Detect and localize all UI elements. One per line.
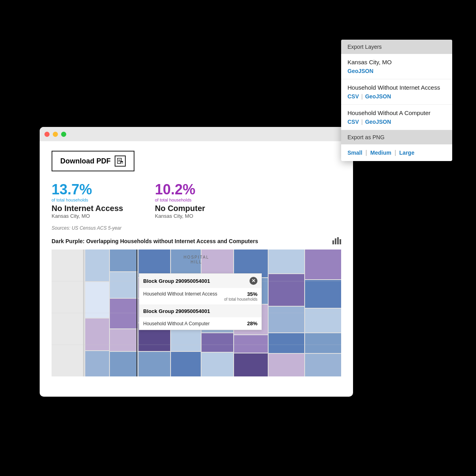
stat-subtitle-computer: of total households xyxy=(155,198,205,202)
export-household-internet-csv[interactable]: CSV xyxy=(347,93,359,100)
stat-subtitle-internet: of total households xyxy=(52,198,123,202)
traffic-light-green[interactable] xyxy=(61,132,66,137)
tooltip-section1-header: Block Group 290950054001 ✕ xyxy=(139,274,261,288)
svg-rect-50 xyxy=(305,333,341,353)
export-kansas-city-label: Kansas City, MO xyxy=(347,59,446,65)
stat-computer: 10.2% of total households No Computer Ka… xyxy=(155,182,205,219)
export-household-computer-label: Household Without A Computer xyxy=(347,109,446,116)
tooltip-section2-header: Block Group 290950054001 xyxy=(139,305,261,317)
export-png-small[interactable]: Small xyxy=(347,150,362,156)
png-divider-2: | xyxy=(394,149,396,156)
export-kansas-city-geojson[interactable]: GeoJSON xyxy=(347,68,373,74)
svg-rect-42 xyxy=(269,250,304,273)
svg-rect-41 xyxy=(234,353,268,376)
export-layers-header: Export Layers xyxy=(341,40,452,54)
export-png-header: Export as PNG xyxy=(341,130,452,144)
tooltip-computer-row: Household Without A Computer 28% xyxy=(139,317,261,330)
svg-rect-14 xyxy=(85,282,109,318)
export-png-medium[interactable]: Medium xyxy=(370,150,392,156)
export-divider-1: | xyxy=(361,93,363,100)
svg-rect-17 xyxy=(110,250,138,271)
stats-row: 13.7% of total households No Internet Ac… xyxy=(52,182,341,219)
tooltip-close-button[interactable]: ✕ xyxy=(250,277,257,285)
svg-rect-46 xyxy=(269,354,304,376)
svg-rect-21 xyxy=(110,352,138,376)
svg-rect-36 xyxy=(202,353,233,376)
tooltip-computer-label: Household Without A Computer xyxy=(143,321,209,326)
map-tooltip: Block Group 290950054001 ✕ Household Wit… xyxy=(139,273,262,330)
chart-icon[interactable] xyxy=(332,236,341,246)
svg-rect-49 xyxy=(305,309,341,332)
export-household-computer-links: CSV | GeoJSON xyxy=(347,119,446,125)
browser-titlebar xyxy=(40,127,353,141)
stat-location-internet: Kansas City, MO xyxy=(52,213,123,219)
svg-rect-18 xyxy=(110,272,138,298)
stat-internet-access: 13.7% of total households No Internet Ac… xyxy=(52,182,123,219)
browser-content: Download PDF ▤ 13.7% of total households… xyxy=(40,141,353,386)
svg-rect-20 xyxy=(110,329,138,351)
svg-text:▤: ▤ xyxy=(121,162,123,164)
svg-rect-51 xyxy=(305,354,341,376)
export-divider-2: | xyxy=(361,119,363,125)
svg-rect-43 xyxy=(269,274,304,306)
svg-rect-19 xyxy=(110,299,138,328)
export-household-internet-links: CSV | GeoJSON xyxy=(347,93,446,100)
export-png-links: Small | Medium | Large xyxy=(341,144,452,161)
tooltip-internet-subvalue: of total households xyxy=(224,297,257,301)
svg-rect-30 xyxy=(171,329,201,351)
export-kansas-city: Kansas City, MO GeoJSON xyxy=(341,54,452,79)
svg-rect-48 xyxy=(305,280,341,308)
svg-rect-35 xyxy=(202,333,233,352)
stat-percentage-computer: 10.2% xyxy=(155,182,205,197)
export-household-internet-geojson[interactable]: GeoJSON xyxy=(365,93,391,100)
tooltip-internet-row: Household Without Internet Access 35% of… xyxy=(139,288,261,305)
map-legend-row: Dark Purple: Overlapping Households with… xyxy=(52,236,341,246)
svg-rect-16 xyxy=(85,351,109,376)
stat-location-computer: Kansas City, MO xyxy=(155,213,205,219)
stat-percentage-internet: 13.7% xyxy=(52,182,123,197)
svg-rect-47 xyxy=(305,250,341,279)
svg-rect-26 xyxy=(138,352,170,376)
svg-rect-9 xyxy=(340,239,341,244)
sources-text: Sources: US Census ACS 5-year xyxy=(52,225,341,231)
download-pdf-button[interactable]: Download PDF ▤ xyxy=(52,151,134,171)
export-kansas-city-links: GeoJSON xyxy=(347,68,446,74)
tooltip-internet-label: Household Without Internet Access xyxy=(143,291,217,297)
export-household-computer-geojson[interactable]: GeoJSON xyxy=(365,119,391,125)
map-legend-text: Dark Purple: Overlapping Households with… xyxy=(52,238,258,245)
svg-rect-8 xyxy=(337,237,339,244)
tooltip-internet-value: 35% xyxy=(224,291,257,297)
traffic-light-yellow[interactable] xyxy=(53,132,58,137)
traffic-light-red[interactable] xyxy=(44,132,50,137)
download-pdf-label: Download PDF xyxy=(60,157,111,165)
browser-window: Download PDF ▤ 13.7% of total households… xyxy=(40,127,353,397)
tooltip-block-group-1: Block Group 290950054001 xyxy=(143,278,210,284)
svg-rect-40 xyxy=(234,335,268,353)
map-area: HOSPITAL HILL Block Group 290950054001 ✕… xyxy=(52,250,341,376)
export-household-computer: Household Without A Computer CSV | GeoJS… xyxy=(341,105,452,130)
stat-label-internet: No Internet Access xyxy=(52,204,123,213)
export-household-internet: Household Without Internet Access CSV | … xyxy=(341,79,452,105)
export-household-computer-csv[interactable]: CSV xyxy=(347,119,359,125)
svg-rect-13 xyxy=(85,250,109,281)
export-household-internet-label: Household Without Internet Access xyxy=(347,84,446,91)
svg-rect-7 xyxy=(335,238,336,244)
svg-rect-31 xyxy=(171,352,201,376)
svg-rect-45 xyxy=(269,333,304,353)
export-panel: Export Layers Kansas City, MO GeoJSON Ho… xyxy=(341,40,452,161)
png-divider-1: | xyxy=(365,149,367,156)
svg-rect-6 xyxy=(332,240,334,244)
svg-rect-15 xyxy=(85,319,109,350)
pdf-icon: ▤ xyxy=(115,155,126,167)
svg-rect-44 xyxy=(269,307,304,332)
export-png-large[interactable]: Large xyxy=(399,150,415,156)
map-hospital-hill-label: HOSPITAL HILL xyxy=(184,255,209,265)
stat-label-computer: No Computer xyxy=(155,204,205,213)
tooltip-computer-value: 28% xyxy=(247,321,257,326)
